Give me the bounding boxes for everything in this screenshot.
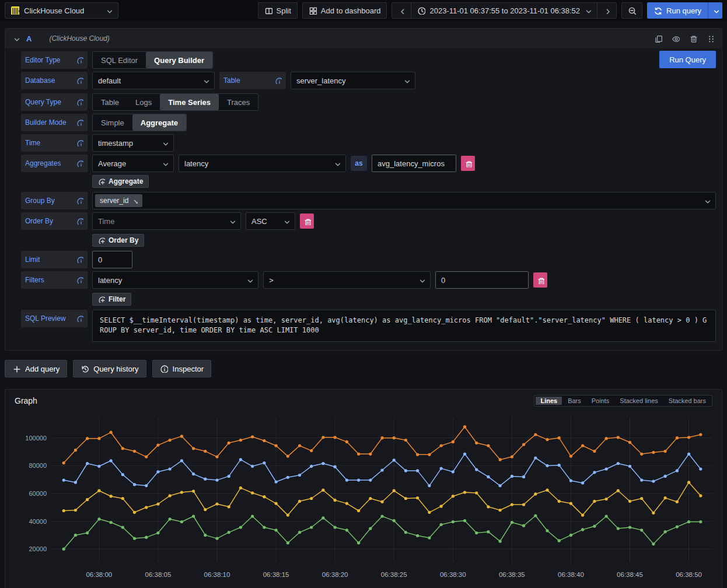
run-query-dropdown-button[interactable] (708, 2, 722, 19)
graph-mode-points[interactable]: Points (587, 397, 614, 405)
aggregate-function-select[interactable]: Average (92, 155, 174, 172)
data-point (169, 439, 172, 442)
x-axis-tick: 06:38:20 (322, 571, 348, 578)
data-point (97, 517, 100, 520)
group-by-tag: server_id (95, 194, 142, 207)
query-history-button[interactable]: Query history (73, 360, 146, 377)
query-type-option-time-series[interactable]: Time Series (160, 94, 219, 110)
run-query-button[interactable]: Run query (647, 2, 708, 19)
inspector-button[interactable]: Inspector (152, 360, 211, 377)
data-point (452, 440, 455, 443)
editor-type-option-query-builder[interactable]: Query Builder (146, 52, 212, 68)
duplicate-query-icon[interactable] (654, 34, 662, 43)
x-axis-tick: 06:38:35 (499, 571, 525, 578)
add-to-dashboard-button[interactable]: Add to dashboard (302, 2, 387, 19)
add-order-by-button[interactable]: Order By (92, 234, 144, 247)
table-select[interactable]: server_latency (291, 72, 415, 89)
drag-handle-icon[interactable] (707, 34, 715, 43)
data-point (393, 459, 396, 461)
order-by-field-select[interactable]: Time (92, 212, 241, 230)
data-point (345, 479, 348, 482)
group-by-select[interactable]: server_id (92, 192, 716, 209)
graph-mode-stacked-lines[interactable]: Stacked lines (615, 397, 662, 405)
info-icon[interactable] (76, 218, 83, 225)
data-point (239, 458, 242, 461)
add-query-button[interactable]: Add query (5, 360, 67, 377)
info-icon[interactable] (76, 197, 83, 204)
graph-header: Graph LinesBarsPointsStacked linesStacke… (10, 393, 717, 410)
info-icon[interactable] (76, 119, 83, 126)
data-point (428, 537, 431, 540)
info-icon[interactable] (76, 256, 83, 263)
remove-order-by-button[interactable] (300, 214, 314, 229)
info-icon[interactable] (76, 99, 83, 106)
data-point (487, 505, 490, 508)
data-point (687, 453, 690, 456)
collapse-chevron-icon[interactable] (12, 35, 19, 42)
history-icon (81, 365, 89, 373)
graph-mode-stacked-bars[interactable]: Stacked bars (664, 397, 711, 405)
filter-operator-select[interactable]: > (263, 271, 431, 289)
database-select[interactable]: default (92, 72, 215, 89)
time-range-picker[interactable]: 2023-11-01 06:37:55 to 2023-11-01 06:38:… (411, 2, 597, 19)
datasource-picker[interactable]: ClickHouse Cloud (5, 2, 118, 19)
hide-query-icon[interactable] (672, 34, 680, 43)
query-row-header[interactable]: A (ClickHouse Cloud) (5, 29, 722, 48)
info-icon[interactable] (76, 57, 83, 64)
timeseries-chart[interactable]: 2000040000600008000010000006:38:0006:38:… (10, 410, 717, 585)
info-circle-icon (160, 365, 168, 373)
split-button[interactable]: Split (258, 2, 298, 19)
order-by-direction-select[interactable]: ASC (246, 212, 295, 230)
filter-value-input[interactable]: 0 (435, 271, 529, 289)
graph-mode-bars[interactable]: Bars (563, 397, 586, 405)
remove-aggregate-button[interactable] (461, 156, 475, 171)
data-point (652, 480, 655, 482)
delete-query-icon[interactable] (689, 34, 697, 43)
data-point (380, 514, 383, 517)
aggregate-column-select[interactable]: latency (179, 155, 346, 172)
data-point (605, 514, 608, 517)
run-query-panel-button[interactable]: Run Query (659, 51, 716, 68)
data-point (440, 444, 443, 447)
query-type-option-traces[interactable]: Traces (219, 94, 258, 110)
remove-tag-icon[interactable] (132, 198, 138, 204)
info-icon[interactable] (76, 77, 83, 84)
data-point (428, 453, 431, 456)
query-type-option-logs[interactable]: Logs (127, 94, 160, 110)
builder-mode-option-aggregate[interactable]: Aggregate (132, 114, 186, 131)
data-point (404, 531, 407, 534)
editor-type-toggle: SQL Editor Query Builder (92, 51, 213, 69)
info-icon[interactable] (76, 139, 83, 146)
data-point (192, 447, 195, 450)
graph-mode-lines[interactable]: Lines (536, 397, 562, 405)
info-icon[interactable] (275, 77, 282, 84)
x-axis-tick: 06:38:25 (381, 571, 407, 578)
data-point (640, 528, 643, 531)
info-icon[interactable] (76, 315, 83, 322)
data-point (145, 536, 148, 539)
table-value: server_latency (296, 76, 346, 85)
data-point (569, 502, 572, 505)
builder-mode-option-simple[interactable]: Simple (93, 114, 132, 131)
limit-input[interactable]: 0 (92, 251, 132, 268)
add-filter-button[interactable]: Filter (92, 293, 131, 306)
data-point (440, 523, 443, 526)
time-shift-back-button[interactable] (392, 2, 411, 19)
data-point (558, 539, 561, 542)
add-aggregate-button[interactable]: Aggregate (92, 175, 149, 188)
remove-filter-button[interactable] (533, 272, 547, 288)
time-column-select[interactable]: timestamp (92, 134, 174, 152)
chevron-down-icon (228, 218, 235, 225)
aggregate-alias-input[interactable]: avg_latency_micros (372, 155, 456, 172)
data-point (440, 467, 443, 470)
data-point (522, 475, 525, 478)
zoom-out-button[interactable] (621, 2, 642, 19)
aggregate-function-value: Average (98, 159, 126, 168)
chevron-left-icon (398, 7, 405, 14)
editor-type-option-sql-editor[interactable]: SQL Editor (93, 52, 146, 68)
query-type-option-table[interactable]: Table (93, 94, 127, 110)
info-icon[interactable] (76, 276, 83, 284)
info-icon[interactable] (76, 160, 83, 167)
time-shift-forward-button[interactable] (597, 2, 617, 19)
filter-field-select[interactable]: latency (92, 271, 258, 289)
